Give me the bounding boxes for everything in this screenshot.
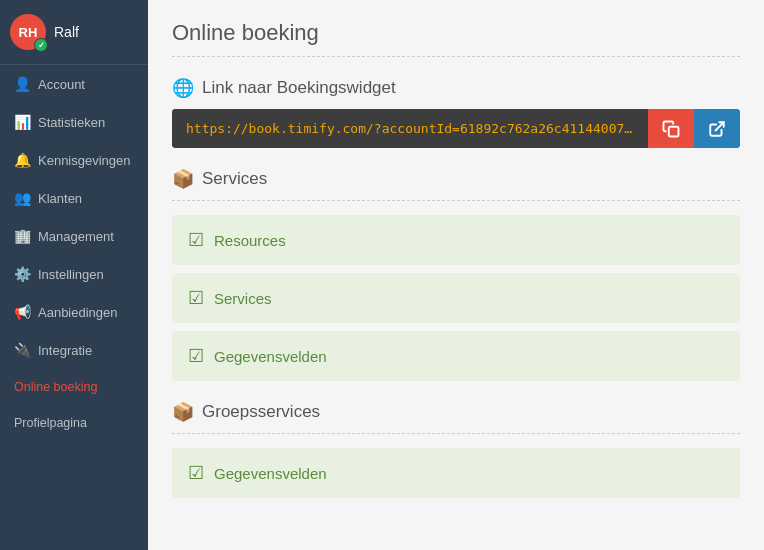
sidebar-item-label: Instellingen	[38, 267, 104, 282]
gegevensvelden-check-icon: ☑	[188, 345, 204, 367]
sidebar: RH ✓ Ralf 👤 Account 📊 Statistieken 🔔 Ken…	[0, 0, 148, 550]
resources-check-icon: ☑	[188, 229, 204, 251]
url-text: https://book.timify.com/?accountId=61892…	[172, 109, 648, 148]
sidebar-item-label: Integratie	[38, 343, 92, 358]
services-box-icon: 📦	[172, 168, 194, 190]
aanbiedingen-icon: 📢	[14, 304, 30, 320]
copy-icon	[662, 120, 680, 138]
sidebar-item-klanten[interactable]: 👥 Klanten	[0, 179, 148, 217]
sidebar-item-label: Online boeking	[14, 380, 97, 394]
sidebar-item-label: Statistieken	[38, 115, 105, 130]
groepsservices-section-title: Groepsservices	[202, 402, 320, 422]
groepsservices-divider	[172, 433, 740, 434]
sidebar-item-account[interactable]: 👤 Account	[0, 65, 148, 103]
avatar: RH ✓	[10, 14, 46, 50]
account-icon: 👤	[14, 76, 30, 92]
services-services-item[interactable]: ☑ Services	[172, 273, 740, 323]
services-divider	[172, 200, 740, 201]
sidebar-item-kennisgevingen[interactable]: 🔔 Kennisgevingen	[0, 141, 148, 179]
groepsservices-section: 📦 Groepsservices ☑ Gegevensvelden	[172, 401, 740, 498]
main-content: Online boeking 🌐 Link naar Boekingswidge…	[148, 0, 764, 550]
sidebar-item-statistieken[interactable]: 📊 Statistieken	[0, 103, 148, 141]
groepsservices-section-header: 📦 Groepsservices	[172, 401, 740, 423]
svg-rect-0	[669, 126, 679, 136]
globe-icon: 🌐	[172, 77, 194, 99]
sidebar-username: Ralf	[54, 24, 79, 40]
copy-url-button[interactable]	[648, 109, 694, 148]
sidebar-item-management[interactable]: 🏢 Management	[0, 217, 148, 255]
avatar-badge: ✓	[34, 38, 48, 52]
sidebar-header: RH ✓ Ralf	[0, 0, 148, 65]
sidebar-item-online-boeking[interactable]: Online boeking	[0, 369, 148, 405]
link-section-title: Link naar Boekingswidget	[202, 78, 396, 98]
page-title: Online boeking	[172, 20, 740, 57]
services-label: Services	[214, 290, 272, 307]
link-section: 🌐 Link naar Boekingswidget https://book.…	[172, 77, 740, 148]
sidebar-item-aanbiedingen[interactable]: 📢 Aanbiedingen	[0, 293, 148, 331]
svg-line-1	[716, 122, 724, 130]
services-resources-item[interactable]: ☑ Resources	[172, 215, 740, 265]
url-bar: https://book.timify.com/?accountId=61892…	[172, 109, 740, 148]
sidebar-nav: 👤 Account 📊 Statistieken 🔔 Kennisgevinge…	[0, 65, 148, 550]
open-url-button[interactable]	[694, 109, 740, 148]
sidebar-item-label: Account	[38, 77, 85, 92]
sidebar-item-instellingen[interactable]: ⚙️ Instellingen	[0, 255, 148, 293]
groep-gegevensvelden-label: Gegevensvelden	[214, 465, 327, 482]
resources-label: Resources	[214, 232, 286, 249]
services-section-header: 📦 Services	[172, 168, 740, 190]
management-icon: 🏢	[14, 228, 30, 244]
sidebar-item-label: Klanten	[38, 191, 82, 206]
instellingen-icon: ⚙️	[14, 266, 30, 282]
kennisgevingen-icon: 🔔	[14, 152, 30, 168]
link-section-header: 🌐 Link naar Boekingswidget	[172, 77, 740, 99]
groepsservices-box-icon: 📦	[172, 401, 194, 423]
sidebar-item-label: Management	[38, 229, 114, 244]
sidebar-item-profielpagina[interactable]: Profielpagina	[0, 405, 148, 441]
groep-gegevensvelden-check-icon: ☑	[188, 462, 204, 484]
sidebar-item-label: Kennisgevingen	[38, 153, 131, 168]
groepsservices-gegevensvelden-item[interactable]: ☑ Gegevensvelden	[172, 448, 740, 498]
sidebar-item-label: Profielpagina	[14, 416, 87, 430]
statistieken-icon: 📊	[14, 114, 30, 130]
avatar-initials: RH	[19, 25, 38, 40]
sidebar-item-integratie[interactable]: 🔌 Integratie	[0, 331, 148, 369]
services-section: 📦 Services ☑ Resources ☑ Services ☑ Gege…	[172, 168, 740, 381]
integratie-icon: 🔌	[14, 342, 30, 358]
external-link-icon	[708, 120, 726, 138]
services-section-title: Services	[202, 169, 267, 189]
services-check-icon: ☑	[188, 287, 204, 309]
sidebar-item-label: Aanbiedingen	[38, 305, 118, 320]
services-gegevensvelden-item[interactable]: ☑ Gegevensvelden	[172, 331, 740, 381]
klanten-icon: 👥	[14, 190, 30, 206]
gegevensvelden-label: Gegevensvelden	[214, 348, 327, 365]
